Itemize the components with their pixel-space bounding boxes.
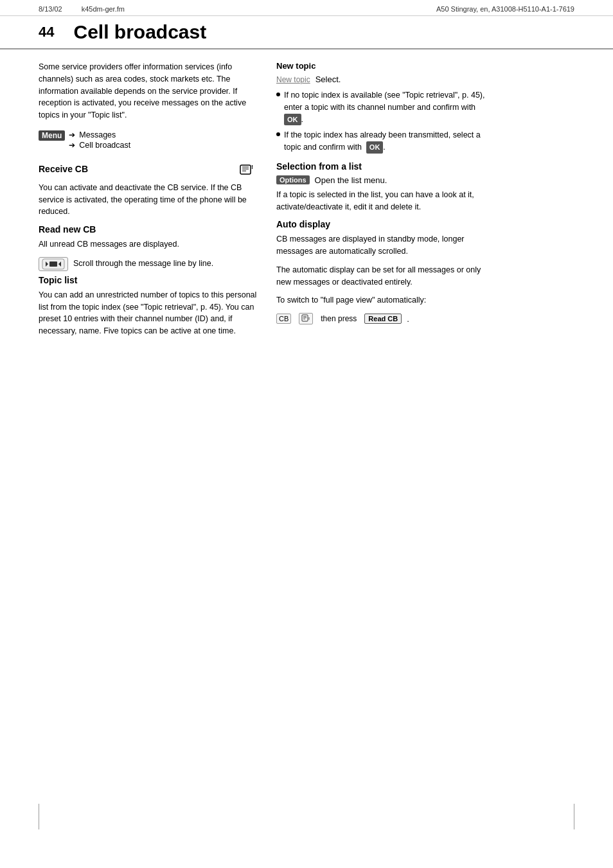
footer-line-right	[574, 804, 574, 829]
svg-rect-0	[240, 165, 251, 174]
col-right: New topic New topic Select. If no topic …	[276, 61, 495, 344]
cb-phone-icon: !	[239, 163, 257, 177]
new-topic-action: Select.	[315, 75, 341, 84]
options-icon-row: Options Open the list menu.	[276, 175, 495, 185]
new-topic-bullets: If no topic index is available (see "Top…	[276, 89, 495, 154]
cb-standby-icon: CB	[276, 314, 291, 324]
ok-button-2[interactable]: OK	[366, 141, 384, 154]
auto-display-section: Auto display CB messages are displayed i…	[276, 219, 495, 324]
cb-phone-small-svg: !	[301, 314, 310, 322]
bullet-item-2: If the topic index has already been tran…	[276, 129, 495, 154]
header-date: 8/13/02	[39, 5, 62, 13]
new-topic-label: New topic	[276, 75, 310, 84]
page-number: 44	[39, 24, 54, 40]
bullet-text-1: If no topic index is available (see "Top…	[284, 89, 495, 125]
cb-phone-small-icon: !	[299, 313, 313, 324]
svg-text:!: !	[308, 317, 310, 321]
selection-heading: Selection from a list	[276, 161, 495, 172]
auto-display-text3: To switch to "full page view" automatica…	[276, 294, 495, 306]
ok-button-1[interactable]: OK	[284, 114, 301, 126]
bullet-item-1: If no topic index is available (see "Top…	[276, 89, 495, 125]
topic-list-section: Topic list You can add an unrestricted n…	[39, 275, 257, 337]
svg-text:!: !	[251, 164, 253, 170]
main-content: Some service providers offer information…	[0, 61, 613, 344]
receive-cb-header: Receive CB !	[39, 161, 257, 178]
menu-item-line-2: ➔ Cell broadcast	[69, 141, 130, 150]
bullet1-text: If no topic index is available (see "Top…	[284, 91, 485, 112]
bullet-dot-1	[276, 93, 280, 96]
svg-rect-7	[49, 261, 57, 267]
menu-button[interactable]: Menu	[39, 130, 65, 141]
menu-items: ➔ Messages ➔ Cell broadcast	[69, 130, 130, 150]
topic-list-text: You can add an unrestricted number of to…	[39, 289, 257, 337]
selection-from-list-section: Selection from a list Options Open the l…	[276, 161, 495, 213]
svg-rect-9	[302, 315, 308, 321]
auto-display-icon-row: CB ! then press Read CB.	[276, 313, 495, 324]
header-meta: 8/13/02 k45dm-ger.fm A50 Stingray, en, A…	[0, 0, 613, 16]
header-docid: A50 Stingray, en, A31008-H5110-A1-1-7619	[436, 5, 574, 13]
menu-nav: Menu ➔ Messages ➔ Cell broadcast	[39, 130, 257, 150]
new-topic-select-row: New topic Select.	[276, 75, 495, 84]
menu-item-line-1: ➔ Messages	[69, 130, 130, 139]
menu-item-messages: Messages	[79, 130, 116, 139]
intro-text: Some service providers offer information…	[39, 61, 257, 121]
then-text: then press	[321, 314, 357, 323]
receive-cb-heading: Receive CB	[39, 164, 88, 174]
auto-display-heading: Auto display	[276, 219, 495, 229]
auto-display-text1: CB messages are displayed in standby mod…	[276, 233, 495, 258]
footer-lines	[0, 804, 613, 829]
read-new-cb-text: All unread CB messages are displayed.	[39, 238, 257, 251]
title-area: 44 Cell broadcast	[0, 16, 613, 49]
period: .	[407, 314, 409, 324]
scroll-arrows-icon	[39, 257, 68, 271]
options-text: Open the list menu.	[315, 175, 387, 185]
header-filename: k45dm-ger.fm	[82, 5, 125, 13]
arrow-icon-1: ➔	[69, 130, 75, 139]
bullet-dot-2	[276, 132, 280, 136]
footer-line-left	[39, 804, 39, 829]
receive-cb-text: You can activate and deactivate the CB s…	[39, 182, 257, 218]
read-cb-button[interactable]: Read CB	[364, 314, 402, 324]
page: 8/13/02 k45dm-ger.fm A50 Stingray, en, A…	[0, 0, 613, 868]
arrow-icon-2: ➔	[69, 141, 75, 150]
menu-item-cell-broadcast: Cell broadcast	[79, 141, 130, 150]
read-new-cb-heading: Read new CB	[39, 224, 257, 235]
scroll-icon-text: Scroll through the message line by line.	[73, 258, 213, 270]
selection-description: If a topic is selected in the list, you …	[276, 189, 495, 213]
col-left: Some service providers offer information…	[39, 61, 257, 344]
receive-cb-section: Receive CB ! You can activate and deacti…	[39, 161, 257, 218]
scroll-icon-row: Scroll through the message line by line.	[39, 257, 257, 271]
page-title: Cell broadcast	[73, 21, 206, 43]
auto-display-text2: The automatic display can be set for all…	[276, 264, 495, 288]
scroll-button-icon	[42, 258, 65, 270]
new-topic-section: New topic New topic Select. If no topic …	[276, 61, 495, 154]
header-left: 8/13/02 k45dm-ger.fm	[39, 5, 125, 13]
options-button[interactable]: Options	[276, 175, 310, 184]
topic-list-heading: Topic list	[39, 275, 257, 285]
cb-icon: !	[239, 163, 257, 177]
bullet-text-2: If the topic index has already been tran…	[284, 129, 495, 154]
new-topic-heading: New topic	[276, 61, 495, 71]
read-new-cb-section: Read new CB All unread CB messages are d…	[39, 224, 257, 271]
